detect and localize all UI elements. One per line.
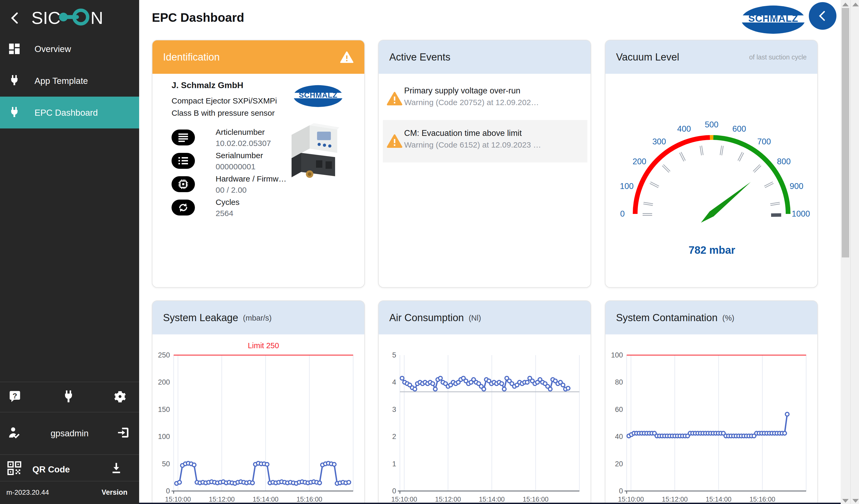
- svg-text:20: 20: [615, 460, 623, 468]
- svg-text:800: 800: [777, 157, 791, 166]
- scrollbar-up-arrow[interactable]: [853, 3, 859, 6]
- content-scrollbar[interactable]: [841, 0, 850, 504]
- svg-text:5: 5: [392, 351, 396, 359]
- field-hardware-firmware: Hardware / Firmw… 00 / 2.00: [171, 175, 342, 196]
- divider: [0, 481, 139, 482]
- scrollbar-down-arrow[interactable]: [842, 499, 849, 503]
- card-unit: (Nl): [469, 314, 481, 322]
- product-description-line1: Compact Ejector SXPi/SXMPi: [171, 94, 277, 107]
- svg-text:15:16:00: 15:16:00: [523, 495, 548, 503]
- system-leakage-card-header: System Leakage (mbar/s): [152, 301, 364, 334]
- event-list-item[interactable]: Primary supply voltage over-run Warning …: [379, 77, 592, 120]
- svg-text:0: 0: [392, 487, 396, 495]
- svg-text:200: 200: [158, 378, 170, 386]
- sidebar-item-app-template[interactable]: App Template: [0, 65, 139, 96]
- card-unit: (%): [722, 314, 734, 322]
- system-contamination-card-header: System Contamination (%): [605, 301, 817, 334]
- svg-text:15:14:00: 15:14:00: [479, 495, 504, 503]
- svg-text:15:16:00: 15:16:00: [749, 495, 775, 503]
- svg-text:900: 900: [790, 182, 803, 191]
- field-label: Articlenumber: [216, 127, 265, 136]
- warning-icon: [340, 51, 354, 63]
- svg-text:1: 1: [392, 460, 396, 468]
- sicon-logo-icon: SIC N: [30, 6, 112, 29]
- page-scrollbar[interactable]: [850, 0, 859, 504]
- sidebar-item-epc-dashboard[interactable]: EPC Dashboard: [0, 96, 139, 128]
- svg-text:2: 2: [392, 432, 396, 441]
- field-cycles: Cycles 2564: [171, 199, 342, 220]
- svg-text:1000: 1000: [792, 209, 810, 218]
- qr-code-label[interactable]: QR Code: [32, 462, 70, 476]
- event-title: CM: Evacuation time above limit: [404, 128, 522, 138]
- svg-text:40: 40: [615, 432, 623, 441]
- svg-text:0: 0: [619, 487, 623, 495]
- cycles-sync-icon: [171, 200, 195, 215]
- svg-text:200: 200: [633, 157, 646, 166]
- sidebar-item-overview[interactable]: Overview: [0, 33, 139, 65]
- svg-text:15:10:00: 15:10:00: [391, 495, 417, 503]
- svg-text:400: 400: [677, 124, 691, 134]
- scrollbar-up-arrow[interactable]: [842, 3, 849, 6]
- card-title: System Contamination: [616, 312, 718, 323]
- bottom-edge-strip: [139, 503, 841, 504]
- system-contamination-card: System Contamination (%) 02040608010015:…: [605, 301, 818, 504]
- card-title: System Leakage: [163, 312, 238, 323]
- svg-text:4: 4: [392, 378, 396, 386]
- field-articlenumber: Articlenumber 10.02.02.05307: [171, 128, 342, 150]
- vacuum-level-card-header: Vacuum Level of last suction cycle: [605, 40, 817, 74]
- sidebar-collapse-icon[interactable]: [9, 11, 21, 26]
- plug-icon: [9, 75, 20, 87]
- version-label: Version: [102, 488, 127, 496]
- app-root: SIC N Overview App Template EPC Dashboar: [0, 0, 859, 504]
- event-list-item[interactable]: CM: Evacuation time above limit Warning …: [383, 120, 587, 163]
- panel-collapse-button[interactable]: [809, 2, 837, 30]
- air-consumption-card: Air Consumption (Nl) 01234515:10:0015:12…: [378, 301, 591, 504]
- field-value: 00 / 2.00: [216, 185, 247, 194]
- identification-card-header: Identification: [152, 40, 364, 74]
- identification-card: Identification J. Schmalz GmbH Compact E…: [152, 40, 365, 288]
- svg-text:60: 60: [615, 406, 623, 413]
- svg-text:100: 100: [611, 351, 623, 359]
- svg-text:15:10:00: 15:10:00: [618, 495, 644, 503]
- svg-text:15:16:00: 15:16:00: [296, 495, 322, 503]
- product-description: Compact Ejector SXPi/SXMPi Class B with …: [171, 94, 277, 119]
- card-title: Air Consumption: [389, 312, 464, 323]
- divider: [0, 382, 139, 382]
- dashboard-icon: [9, 43, 20, 55]
- chip-icon: [171, 176, 195, 192]
- svg-text:15:12:00: 15:12:00: [209, 495, 235, 503]
- help-button[interactable]: ?: [9, 390, 21, 403]
- svg-text:15:12:00: 15:12:00: [435, 495, 461, 503]
- device-plug-button[interactable]: [62, 390, 75, 403]
- schmalz-logo: SCHMALZ: [740, 4, 806, 35]
- logout-button[interactable]: [117, 426, 130, 439]
- field-label: Hardware / Firmw…: [216, 174, 287, 183]
- svg-text:100: 100: [158, 432, 170, 441]
- svg-text:15:14:00: 15:14:00: [706, 495, 731, 503]
- event-title: Primary supply voltage over-run: [404, 86, 521, 95]
- plug-icon: [9, 107, 20, 118]
- warning-triangle-icon: [387, 134, 403, 148]
- vacuum-level-card: Vacuum Level of last suction cycle 01002…: [605, 40, 818, 288]
- schmalz-logo-text: SCHMALZ: [748, 13, 798, 24]
- scrollbar-down-arrow[interactable]: [853, 499, 859, 503]
- serial-list-icon: [171, 153, 195, 169]
- svg-text:?: ?: [13, 392, 17, 400]
- scrollbar-thumb[interactable]: [842, 8, 849, 257]
- download-button[interactable]: [110, 462, 123, 475]
- svg-text:80: 80: [615, 378, 623, 386]
- qr-code-icon: [7, 461, 20, 474]
- card-subtitle: of last suction cycle: [749, 54, 807, 61]
- svg-text:100: 100: [620, 182, 634, 191]
- card-title: Vacuum Level: [616, 51, 679, 63]
- settings-gear-button[interactable]: [114, 390, 126, 403]
- svg-text:250: 250: [158, 351, 170, 359]
- company-name: J. Schmalz GmbH: [171, 81, 243, 90]
- schmalz-logo-small-text: SCHMALZ: [299, 91, 337, 99]
- svg-text:150: 150: [158, 406, 170, 413]
- field-label: Cycles: [216, 197, 240, 207]
- schmalz-logo-small: SCHMALZ: [292, 84, 344, 108]
- svg-text:15:12:00: 15:12:00: [662, 495, 688, 503]
- svg-text:Limit 250: Limit 250: [248, 341, 279, 350]
- sidebar: SIC N Overview App Template EPC Dashboar: [0, 0, 139, 504]
